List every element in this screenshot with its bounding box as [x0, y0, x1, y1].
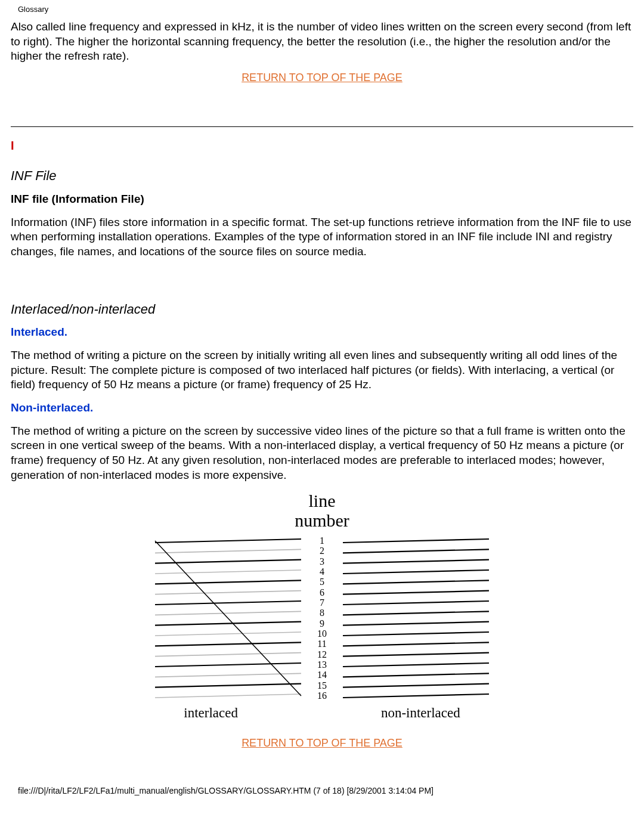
- interlaced-body2: The method of writing a picture on the s…: [11, 424, 633, 483]
- diagram-labels: interlaced non-interlaced: [11, 704, 633, 722]
- svg-text:4: 4: [320, 566, 324, 577]
- svg-text:14: 14: [317, 670, 327, 680]
- svg-line-40: [343, 622, 489, 625]
- svg-line-29: [155, 674, 301, 677]
- diagram-label-right: non-interlaced: [381, 704, 460, 722]
- svg-line-37: [343, 591, 489, 594]
- diagram-title: line number: [11, 491, 633, 530]
- svg-line-42: [343, 643, 489, 646]
- svg-text:12: 12: [317, 649, 327, 659]
- svg-line-25: [155, 632, 301, 636]
- divider: [11, 126, 633, 127]
- svg-line-16: [155, 539, 301, 543]
- svg-line-31: [155, 694, 301, 698]
- svg-line-43: [343, 653, 489, 657]
- inf-file-subtitle: INF file (Information File): [11, 192, 633, 207]
- svg-line-39: [343, 612, 489, 615]
- svg-line-20: [155, 581, 301, 584]
- interlaced-sub1: Interlaced.: [11, 325, 633, 340]
- svg-text:3: 3: [320, 556, 324, 566]
- svg-line-34: [343, 560, 489, 563]
- svg-text:15: 15: [317, 680, 327, 690]
- svg-line-28: [155, 663, 301, 667]
- svg-line-24: [155, 622, 301, 625]
- interlace-diagram: 12345678910111213141516: [143, 535, 501, 702]
- svg-line-45: [343, 674, 489, 677]
- svg-text:7: 7: [320, 597, 324, 608]
- svg-line-44: [343, 663, 489, 667]
- footer-path: file:///D|/rita/LF2/LF2/LFa1/multi_manua…: [0, 755, 644, 801]
- return-to-top-link-2[interactable]: RETURN TO TOP OF THE PAGE: [11, 736, 633, 750]
- svg-line-33: [343, 550, 489, 553]
- svg-line-30: [155, 684, 301, 688]
- return-to-top-link[interactable]: RETURN TO TOP OF THE PAGE: [11, 71, 633, 85]
- svg-text:11: 11: [317, 639, 326, 649]
- svg-line-26: [155, 643, 301, 646]
- svg-line-23: [155, 612, 301, 615]
- svg-line-17: [155, 550, 301, 553]
- svg-line-22: [155, 601, 301, 605]
- svg-text:16: 16: [317, 690, 327, 701]
- section-letter: I: [11, 138, 633, 153]
- svg-line-35: [343, 570, 489, 574]
- svg-text:13: 13: [317, 659, 327, 670]
- page-header-label: Glossary: [0, 0, 644, 20]
- svg-line-48: [155, 541, 301, 696]
- diagram-label-left: interlaced: [184, 704, 238, 722]
- interlaced-title: Interlaced/non-interlaced: [11, 301, 633, 318]
- svg-line-41: [343, 632, 489, 636]
- svg-text:6: 6: [320, 587, 324, 597]
- diagram-container: line number 12345678910111213141516 inte…: [11, 491, 633, 722]
- svg-text:5: 5: [320, 577, 324, 587]
- interlaced-sub2: Non-interlaced.: [11, 401, 633, 416]
- svg-line-36: [343, 581, 489, 584]
- svg-text:10: 10: [317, 628, 327, 639]
- intro-paragraph: Also called line frequency and expressed…: [11, 20, 633, 64]
- svg-line-27: [155, 653, 301, 657]
- svg-line-21: [155, 591, 301, 594]
- svg-line-32: [343, 539, 489, 543]
- svg-text:8: 8: [320, 608, 324, 618]
- interlaced-body1: The method of writing a picture on the s…: [11, 348, 633, 392]
- svg-text:1: 1: [320, 535, 324, 546]
- svg-line-38: [343, 601, 489, 605]
- svg-line-18: [155, 560, 301, 563]
- svg-line-19: [155, 570, 301, 574]
- inf-file-title: INF File: [11, 168, 633, 185]
- svg-text:9: 9: [320, 618, 324, 628]
- svg-line-46: [343, 684, 489, 688]
- inf-file-body: Information (INF) files store informatio…: [11, 215, 633, 259]
- svg-text:2: 2: [320, 546, 324, 556]
- svg-line-47: [343, 694, 489, 698]
